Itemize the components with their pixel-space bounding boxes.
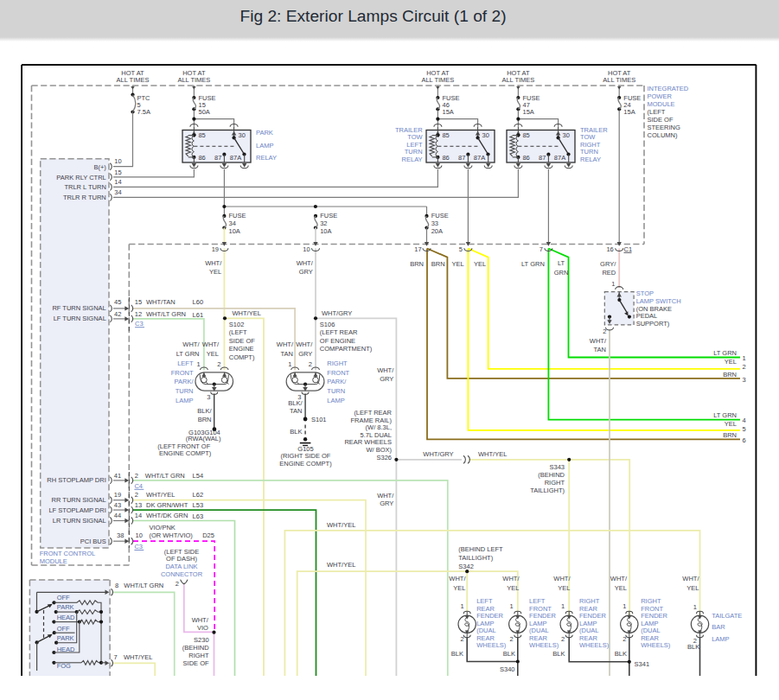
- svg-text:BAR: BAR: [712, 623, 725, 631]
- svg-text:RIGHT: RIGHT: [327, 360, 348, 367]
- svg-text:BLK: BLK: [552, 650, 565, 658]
- svg-text:(BEHIND: (BEHIND: [538, 471, 565, 479]
- svg-text:WHT/LT GRN: WHT/LT GRN: [124, 582, 163, 589]
- svg-text:LAMP: LAMP: [712, 635, 729, 643]
- svg-text:C4: C4: [134, 482, 143, 490]
- svg-text:BRN: BRN: [723, 431, 737, 439]
- svg-text:3: 3: [207, 393, 210, 401]
- svg-text:15A: 15A: [523, 108, 534, 116]
- svg-text:PARK RLY CTRL: PARK RLY CTRL: [56, 174, 106, 181]
- svg-text:20A: 20A: [431, 227, 443, 235]
- svg-text:L63: L63: [193, 512, 204, 520]
- svg-text:S102: S102: [229, 321, 245, 328]
- svg-text:7.5A: 7.5A: [137, 108, 150, 116]
- svg-text:WHEELS): WHEELS): [579, 641, 610, 649]
- svg-text:TRLR R TURN: TRLR R TURN: [63, 194, 106, 201]
- svg-text:YEL: YEL: [558, 584, 570, 592]
- svg-text:RELAY: RELAY: [402, 156, 423, 163]
- svg-text:OFF: OFF: [57, 594, 70, 601]
- svg-text:L54: L54: [193, 472, 204, 480]
- svg-text:RF TURN SIGNAL: RF TURN SIGNAL: [52, 304, 105, 312]
- svg-text:GRY: GRY: [380, 500, 393, 507]
- svg-text:Fig 2: Exterior Lamps Circuit: Fig 2: Exterior Lamps Circuit (1 of 2): [239, 7, 506, 25]
- svg-text:WHT/YEL: WHT/YEL: [233, 309, 261, 317]
- svg-text:86: 86: [442, 154, 449, 162]
- svg-text:SUPPORT): SUPPORT): [636, 320, 670, 328]
- svg-text:HEAD: HEAD: [57, 646, 75, 653]
- svg-text:14: 14: [114, 178, 121, 186]
- svg-text:LF TURN SIGNAL: LF TURN SIGNAL: [54, 315, 106, 322]
- svg-text:ALL TIMES: ALL TIMES: [117, 76, 150, 84]
- svg-text:WHT/: WHT/: [182, 340, 200, 348]
- svg-text:WHT/TAN: WHT/TAN: [146, 298, 176, 306]
- svg-text:87A: 87A: [554, 154, 565, 162]
- svg-text:RIGHT: RIGHT: [545, 479, 565, 487]
- svg-text:41: 41: [114, 472, 121, 480]
- svg-text:W/ BOX): W/ BOX): [366, 446, 392, 454]
- svg-text:COMPT): COMPT): [229, 353, 255, 361]
- svg-text:2: 2: [623, 635, 626, 643]
- svg-text:FOG: FOG: [57, 662, 71, 670]
- svg-text:YEL: YEL: [474, 260, 486, 268]
- svg-text:S343: S343: [549, 463, 565, 471]
- svg-text:YEL: YEL: [615, 584, 627, 592]
- svg-text:87A: 87A: [230, 154, 241, 162]
- svg-text:10: 10: [136, 531, 143, 539]
- svg-text:LAMP: LAMP: [176, 397, 193, 404]
- svg-text:5: 5: [743, 425, 746, 433]
- svg-text:PARK: PARK: [256, 129, 273, 137]
- svg-text:D25: D25: [202, 531, 214, 539]
- svg-text:1: 1: [288, 360, 291, 368]
- svg-text:HEAD: HEAD: [57, 614, 75, 621]
- svg-text:GRY/: GRY/: [600, 260, 616, 268]
- svg-text:ENGINE: ENGINE: [229, 345, 254, 353]
- svg-text:STOP: STOP: [636, 290, 654, 297]
- svg-text:WHT/DK GRN: WHT/DK GRN: [146, 512, 188, 519]
- svg-text:BRN: BRN: [198, 416, 212, 423]
- svg-text:BRN: BRN: [723, 371, 737, 379]
- svg-text:OF DASH): OF DASH): [166, 555, 197, 563]
- svg-text:TURN: TURN: [176, 387, 194, 395]
- svg-text:13: 13: [135, 501, 142, 509]
- svg-text:LT GRN: LT GRN: [176, 350, 200, 358]
- svg-text:S341: S341: [635, 660, 650, 668]
- svg-text:S340: S340: [500, 665, 515, 673]
- svg-text:WHT/YEL: WHT/YEL: [146, 491, 175, 499]
- svg-text:12: 12: [135, 310, 142, 318]
- svg-text:WHT/LT GRN: WHT/LT GRN: [146, 310, 186, 318]
- svg-text:GRN: GRN: [554, 269, 569, 277]
- svg-text:S342: S342: [458, 563, 474, 570]
- svg-text:INTEGRATED: INTEGRATED: [648, 85, 689, 92]
- svg-text:2: 2: [309, 360, 312, 368]
- svg-text:LT GRN: LT GRN: [713, 411, 737, 419]
- svg-text:LR TURN SIGNAL: LR TURN SIGNAL: [53, 517, 106, 525]
- svg-text:PARK: PARK: [57, 634, 74, 642]
- svg-text:YEL: YEL: [725, 420, 737, 428]
- svg-text:2: 2: [217, 360, 220, 368]
- svg-text:(LEFT REAR: (LEFT REAR: [320, 328, 358, 336]
- svg-text:15A: 15A: [623, 108, 635, 116]
- svg-text:(LEFT: (LEFT: [648, 108, 666, 116]
- svg-text:30: 30: [482, 131, 489, 139]
- svg-text:RIGHT: RIGHT: [188, 652, 209, 659]
- svg-text:WHT/: WHT/: [192, 616, 209, 624]
- svg-text:LT: LT: [558, 259, 565, 267]
- svg-text:L60: L60: [193, 298, 204, 306]
- svg-text:1: 1: [623, 602, 626, 610]
- svg-text:WHT/YEL: WHT/YEL: [478, 450, 507, 458]
- svg-text:WHT/: WHT/: [682, 575, 699, 582]
- svg-text:ENGINE COMPT): ENGINE COMPT): [159, 449, 212, 457]
- svg-text:SIDE OF: SIDE OF: [648, 116, 674, 124]
- svg-text:5: 5: [459, 245, 463, 253]
- svg-text:WHT/: WHT/: [205, 259, 222, 267]
- svg-text:PARK: PARK: [57, 603, 74, 611]
- svg-text:1: 1: [561, 602, 565, 610]
- svg-text:C3: C3: [135, 320, 144, 328]
- svg-text:8: 8: [115, 582, 118, 589]
- svg-text:GRY: GRY: [299, 268, 313, 276]
- svg-text:15: 15: [114, 169, 121, 176]
- svg-text:(ON BRAKE: (ON BRAKE: [636, 305, 672, 313]
- svg-text:2: 2: [176, 580, 179, 588]
- svg-text:POWER: POWER: [648, 92, 673, 100]
- svg-text:VIO/PNK: VIO/PNK: [149, 524, 175, 531]
